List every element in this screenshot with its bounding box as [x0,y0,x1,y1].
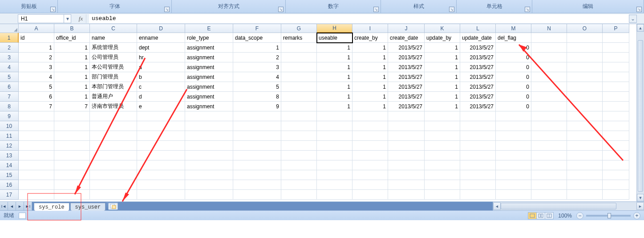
cell-F8[interactable]: 9 [233,102,281,111]
row-header-16[interactable]: 16 [0,180,19,190]
cell-A13[interactable] [19,151,54,160]
cell-H9[interactable] [317,111,352,121]
cell-L4[interactable]: 2013/5/27 [460,62,496,72]
cell-M16[interactable] [496,180,531,190]
col-header-N[interactable]: N [531,24,567,33]
cell-H1[interactable]: useable [317,33,352,43]
cell-O16[interactable] [567,180,603,190]
cells-area[interactable]: idoffice_idnameennamerole_typedata_scope… [19,33,636,201]
cell-J7[interactable]: 2013/5/27 [388,92,425,102]
cell-G8[interactable] [281,102,317,111]
cell-E4[interactable]: assignment [185,62,233,72]
tab-last-button[interactable]: ►I [24,202,32,210]
cell-I17[interactable] [352,190,388,200]
cell-M14[interactable] [496,160,531,170]
cell-G3[interactable] [281,53,317,62]
cell-E5[interactable]: assignment [185,72,233,82]
cell-E9[interactable] [185,111,233,121]
cell-A17[interactable] [19,190,54,200]
cell-J15[interactable] [388,170,425,180]
cell-G1[interactable]: remarks [281,33,317,43]
cell-M1[interactable]: del_flag [496,33,531,43]
cell-D16[interactable] [137,180,185,190]
cell-N15[interactable] [531,170,567,180]
cell-C9[interactable] [90,111,137,121]
cell-F16[interactable] [233,180,281,190]
cell-A10[interactable] [19,121,54,131]
cell-G12[interactable] [281,141,317,151]
cell-C11[interactable] [90,131,137,141]
row-header-4[interactable]: 4 [0,62,19,72]
cell-E16[interactable] [185,180,233,190]
cell-K12[interactable] [425,141,460,151]
cell-N16[interactable] [531,180,567,190]
cell-J8[interactable]: 2013/5/27 [388,102,425,111]
cell-I5[interactable]: 1 [352,72,388,82]
cell-L10[interactable] [460,121,496,131]
cell-M4[interactable]: 0 [496,62,531,72]
row-header-7[interactable]: 7 [0,92,19,102]
tab-prev-button[interactable]: ◄ [8,202,16,210]
view-page-break-button[interactable] [545,212,554,219]
cell-D5[interactable]: b [137,72,185,82]
cell-L16[interactable] [460,180,496,190]
cell-I12[interactable] [352,141,388,151]
cell-H5[interactable]: 1 [317,72,352,82]
cell-H4[interactable]: 1 [317,62,352,72]
cell-M12[interactable] [496,141,531,151]
cell-D6[interactable]: c [137,82,185,92]
cell-M9[interactable] [496,111,531,121]
dialog-launcher-icon[interactable]: ↘ [373,7,379,12]
cell-B10[interactable] [54,121,90,131]
cell-K17[interactable] [425,190,460,200]
cell-O8[interactable] [567,102,603,111]
cell-E14[interactable] [185,160,233,170]
cell-A2[interactable]: 1 [19,43,54,53]
cell-F13[interactable] [233,151,281,160]
cell-F9[interactable] [233,111,281,121]
cell-G15[interactable] [281,170,317,180]
cell-N4[interactable] [531,62,567,72]
cell-J11[interactable] [388,131,425,141]
cell-P9[interactable] [603,111,629,121]
cell-M11[interactable] [496,131,531,141]
cell-P1[interactable] [603,33,629,43]
cell-D15[interactable] [137,170,185,180]
cell-N14[interactable] [531,160,567,170]
cell-K8[interactable]: 1 [425,102,460,111]
zoom-slider[interactable] [586,215,631,217]
cell-N17[interactable] [531,190,567,200]
cell-P3[interactable] [603,53,629,62]
cell-H8[interactable]: 1 [317,102,352,111]
cell-J4[interactable]: 2013/5/27 [388,62,425,72]
cell-G17[interactable] [281,190,317,200]
cell-K14[interactable] [425,160,460,170]
cell-O9[interactable] [567,111,603,121]
cell-P14[interactable] [603,160,629,170]
cell-F15[interactable] [233,170,281,180]
cell-M10[interactable] [496,121,531,131]
cell-C2[interactable]: 系统管理员 [90,43,137,53]
dialog-launcher-icon[interactable]: ↘ [636,7,642,12]
cell-I8[interactable]: 1 [352,102,388,111]
cell-I1[interactable]: create_by [352,33,388,43]
cell-B11[interactable] [54,131,90,141]
cell-C5[interactable]: 部门管理员 [90,72,137,82]
cell-C8[interactable]: 济南市管理员 [90,102,137,111]
cell-D2[interactable]: dept [137,43,185,53]
cell-I13[interactable] [352,151,388,160]
cell-P2[interactable] [603,43,629,53]
cell-A15[interactable] [19,170,54,180]
cell-A1[interactable]: id [19,33,54,43]
cell-O13[interactable] [567,151,603,160]
cell-L13[interactable] [460,151,496,160]
cell-B9[interactable] [54,111,90,121]
cell-B1[interactable]: office_id [54,33,90,43]
scroll-down-button[interactable]: ▼ [637,194,644,201]
cell-M3[interactable]: 0 [496,53,531,62]
cell-H7[interactable]: 1 [317,92,352,102]
cell-P17[interactable] [603,190,629,200]
cell-L11[interactable] [460,131,496,141]
cell-G6[interactable] [281,82,317,92]
view-page-layout-button[interactable] [536,212,545,219]
